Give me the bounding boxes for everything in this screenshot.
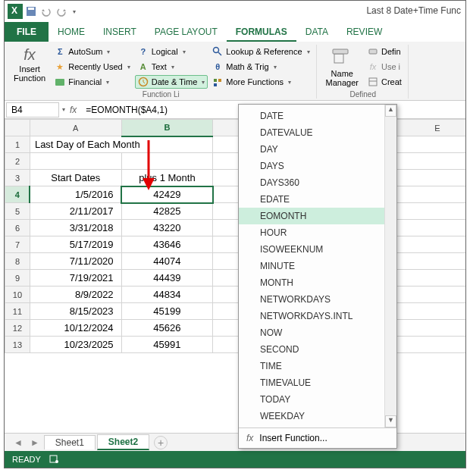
row-header-6[interactable]: 6 [5, 220, 30, 236]
insert-function-button[interactable]: fx Insert Function [9, 45, 50, 89]
cell-B3[interactable]: plus 1 Month [121, 170, 213, 186]
cell-A12[interactable]: 10/12/2024 [30, 320, 121, 337]
row-header-4[interactable]: 4 [5, 186, 30, 203]
math-trig-button[interactable]: θMath & Trig▾ [209, 60, 312, 74]
group-label-function-library: Function Li [9, 89, 313, 99]
sheet-tab-1[interactable]: Sheet1 [44, 435, 96, 449]
menu-scrollbar[interactable]: ▲ ▼ [384, 105, 396, 427]
row-header-11[interactable]: 11 [5, 303, 30, 320]
row-header-10[interactable]: 10 [5, 287, 30, 303]
menu-item-isoweeknum[interactable]: ISOWEEKNUM [239, 241, 384, 258]
menu-item-second[interactable]: SECOND [239, 341, 384, 358]
autosum-button[interactable]: ΣAutoSum▾ [52, 45, 133, 58]
redo-icon[interactable] [56, 6, 67, 17]
cell-A11[interactable]: 8/15/2023 [30, 303, 121, 320]
cell-B10[interactable]: 44834 [121, 287, 213, 303]
menu-item-minute[interactable]: MINUTE [239, 258, 384, 274]
text-button[interactable]: AText▾ [135, 60, 208, 74]
window-title: Last 8 Date+Time Func [366, 5, 461, 16]
define-name-button[interactable]: Defin [365, 45, 405, 58]
menu-item-networkdays[interactable]: NETWORKDAYS [239, 291, 384, 308]
cell-A8[interactable]: 7/11/2020 [30, 253, 121, 270]
more-functions-button[interactable]: More Functions▾ [209, 75, 312, 89]
cell-A9[interactable]: 7/19/2021 [30, 270, 121, 287]
menu-item-eomonth[interactable]: EOMONTH [239, 208, 384, 224]
menu-item-hour[interactable]: HOUR [239, 224, 384, 241]
cell-B11[interactable]: 45199 [121, 303, 213, 320]
undo-icon[interactable] [41, 6, 52, 17]
cell-A3[interactable]: Start Dates [30, 170, 121, 186]
use-in-formula-button[interactable]: fxUse i [365, 60, 405, 74]
tab-file[interactable]: FILE [5, 22, 49, 42]
menu-item-month[interactable]: MONTH [239, 274, 384, 291]
tab-insert[interactable]: INSERT [94, 22, 146, 42]
name-box[interactable]: B4 [6, 102, 59, 117]
cell-B7[interactable]: 43646 [121, 236, 213, 253]
scroll-down-icon[interactable]: ▼ [385, 415, 396, 427]
save-icon[interactable] [26, 6, 36, 17]
financial-button[interactable]: Financial▾ [52, 75, 133, 89]
menu-item-days360[interactable]: DAYS360 [239, 174, 384, 191]
cell-A13[interactable]: 10/23/2025 [30, 337, 121, 353]
row-header-13[interactable]: 13 [5, 337, 30, 353]
menu-item-weekday[interactable]: WEEKDAY [239, 408, 384, 424]
tab-home[interactable]: HOME [49, 22, 94, 42]
macro-record-icon[interactable] [49, 453, 59, 465]
menu-item-date[interactable]: DATE [239, 108, 384, 124]
cell-A4[interactable]: 1/5/2016 [30, 186, 121, 203]
cell-A5[interactable]: 2/11/2017 [30, 203, 121, 220]
qat-dropdown-icon[interactable]: ▾ [73, 8, 76, 15]
fx-small-icon: fx [368, 61, 378, 72]
menu-insert-function[interactable]: fx Insert Function... [239, 427, 396, 448]
tab-page-layout[interactable]: PAGE LAYOUT [146, 22, 227, 42]
col-header-A[interactable]: A [30, 120, 121, 136]
scroll-up-icon[interactable]: ▲ [385, 105, 396, 117]
row-header-3[interactable]: 3 [5, 170, 30, 186]
recently-used-button[interactable]: ★Recently Used▾ [52, 60, 133, 74]
cell-B12[interactable]: 45626 [121, 320, 213, 337]
excel-icon [8, 4, 23, 19]
tab-review[interactable]: REVIEW [337, 22, 391, 42]
cell-A7[interactable]: 5/17/2019 [30, 236, 121, 253]
cell-B13[interactable]: 45991 [121, 337, 213, 353]
cell-B4[interactable]: 42429 [121, 186, 213, 203]
tab-data[interactable]: DATA [296, 22, 337, 42]
menu-item-timevalue[interactable]: TIMEVALUE [239, 374, 384, 391]
sheet-tab-2[interactable]: Sheet2 [97, 434, 149, 450]
cell-B8[interactable]: 44074 [121, 253, 213, 270]
menu-item-datevalue[interactable]: DATEVALUE [239, 124, 384, 141]
cell-A10[interactable]: 8/9/2022 [30, 287, 121, 303]
menu-item-now[interactable]: NOW [239, 324, 384, 341]
row-header-5[interactable]: 5 [5, 203, 30, 220]
row-header-1[interactable]: 1 [5, 136, 30, 153]
menu-item-today[interactable]: TODAY [239, 391, 384, 408]
cell-A6[interactable]: 3/31/2018 [30, 220, 121, 236]
fx-bar-icon[interactable]: fx [65, 105, 81, 115]
date-time-button[interactable]: Date & Time▾ [135, 75, 208, 89]
row-header-7[interactable]: 7 [5, 236, 30, 253]
tab-formulas[interactable]: FORMULAS [227, 22, 296, 42]
row-header-2[interactable]: 2 [5, 153, 30, 170]
sheet-nav-next[interactable]: ► [27, 437, 42, 448]
cell-A1[interactable]: Last Day of Each Month [30, 136, 212, 153]
sheet-nav-prev[interactable]: ◄ [11, 437, 26, 448]
row-header-8[interactable]: 8 [5, 253, 30, 270]
menu-item-networkdays-intl[interactable]: NETWORKDAYS.INTL [239, 308, 384, 324]
menu-item-day[interactable]: DAY [239, 141, 384, 158]
menu-item-time[interactable]: TIME [239, 358, 384, 374]
cell-B5[interactable]: 42825 [121, 203, 213, 220]
lookup-button[interactable]: Lookup & Reference▾ [209, 45, 312, 58]
cell-B9[interactable]: 44439 [121, 270, 213, 287]
new-sheet-button[interactable]: + [154, 436, 168, 449]
col-header-B[interactable]: B [121, 120, 213, 136]
menu-item-days[interactable]: DAYS [239, 158, 384, 174]
cell-B6[interactable]: 43220 [121, 220, 213, 236]
name-manager-button[interactable]: Name Manager [321, 45, 363, 89]
row-header-9[interactable]: 9 [5, 270, 30, 287]
row-header-12[interactable]: 12 [5, 320, 30, 337]
create-from-selection-button[interactable]: Creat [365, 75, 405, 89]
select-all-cell[interactable] [5, 120, 30, 136]
menu-item-edate[interactable]: EDATE [239, 191, 384, 208]
logical-button[interactable]: ?Logical▾ [135, 45, 208, 58]
clock-icon [138, 77, 149, 87]
